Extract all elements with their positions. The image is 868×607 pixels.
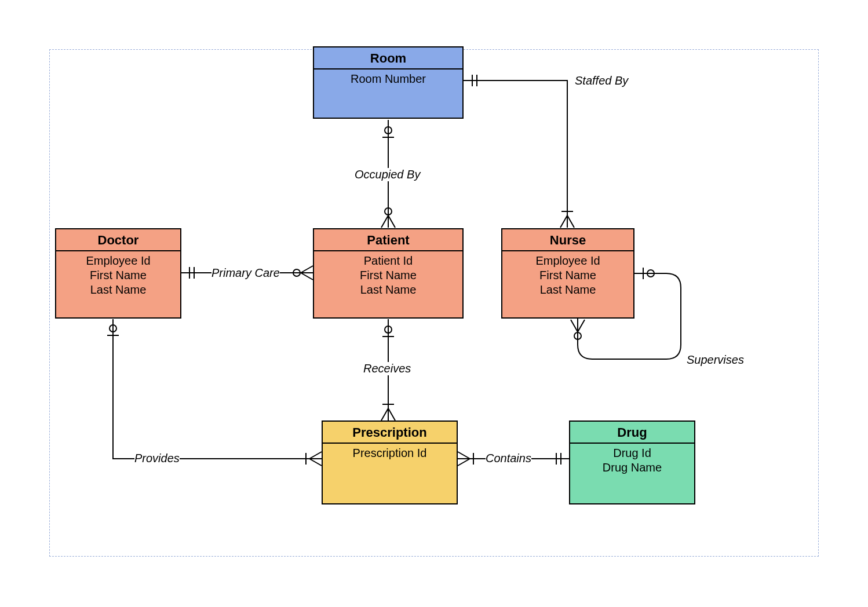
attr: Last Name (505, 283, 631, 297)
label-contains: Contains (486, 452, 531, 465)
entity-attrs: Patient Id First Name Last Name (314, 251, 462, 299)
entity-doctor[interactable]: Doctor Employee Id First Name Last Name (55, 228, 181, 319)
entity-attrs: Employee Id First Name Last Name (502, 251, 633, 299)
attr: Employee Id (59, 254, 178, 268)
attr: Drug Id (572, 446, 692, 460)
entity-title: Drug (570, 422, 694, 444)
label-occupied-by: Occupied By (355, 168, 420, 181)
rel-provides (107, 319, 322, 466)
attr: Patient Id (316, 254, 460, 268)
entity-title: Nurse (502, 229, 633, 251)
attr: Drug Name (572, 460, 692, 475)
attr: First Name (505, 268, 631, 283)
attr: Room Number (316, 72, 460, 86)
attr: First Name (59, 268, 178, 283)
entity-patient[interactable]: Patient Patient Id First Name Last Name (313, 228, 464, 319)
label-staffed-by: Staffed By (575, 74, 628, 87)
entity-attrs: Employee Id First Name Last Name (56, 251, 180, 299)
entity-drug[interactable]: Drug Drug Id Drug Name (569, 420, 695, 504)
label-primary-care: Primary Care (211, 266, 280, 280)
entity-room[interactable]: Room Room Number (313, 46, 464, 119)
attr: Last Name (59, 283, 178, 297)
entity-prescription[interactable]: Prescription Prescription Id (322, 420, 458, 504)
entity-attrs: Prescription Id (323, 444, 457, 463)
entity-attrs: Drug Id Drug Name (570, 444, 694, 477)
entity-title: Doctor (56, 229, 180, 251)
attr: First Name (316, 268, 460, 283)
attr: Employee Id (505, 254, 631, 268)
attr: Prescription Id (325, 446, 454, 460)
entity-attrs: Room Number (314, 70, 462, 89)
label-receives: Receives (363, 362, 411, 375)
rel-staffed-by (464, 75, 574, 228)
entity-title: Patient (314, 229, 462, 251)
label-supervises: Supervises (687, 353, 744, 367)
attr: Last Name (316, 283, 460, 297)
entity-title: Room (314, 47, 462, 70)
label-provides: Provides (134, 452, 180, 465)
entity-title: Prescription (323, 422, 457, 444)
entity-nurse[interactable]: Nurse Employee Id First Name Last Name (501, 228, 634, 319)
